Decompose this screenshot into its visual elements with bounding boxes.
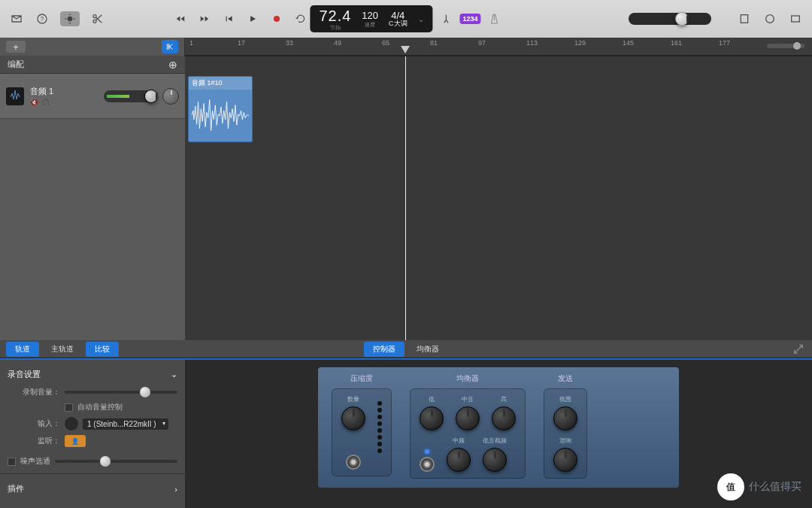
input-label: 输入： — [8, 418, 60, 429]
go-to-start-button[interactable] — [221, 11, 236, 26]
rewind-button[interactable] — [173, 11, 188, 26]
svg-point-2 — [68, 17, 73, 22]
eq-mid-knob[interactable] — [456, 406, 480, 430]
monitor-label: 监听： — [8, 436, 60, 446]
smart-controls-plugin: 压缩度 数量 均衡器 — [318, 367, 679, 488]
track-pan-knob[interactable] — [162, 88, 179, 105]
tab-controls[interactable]: 控制器 — [364, 342, 404, 357]
help-icon[interactable]: ? — [35, 11, 50, 26]
rec-volume-label: 录制音量： — [8, 387, 60, 397]
send-reverb-knob[interactable] — [553, 448, 577, 472]
auto-level-checkbox[interactable] — [65, 403, 73, 412]
region-label: 音频 1#10 — [189, 77, 252, 90]
waveform — [189, 90, 252, 141]
add-arrange-button[interactable]: ⊕ — [168, 59, 177, 71]
mute-icon[interactable]: 🔇 — [30, 99, 38, 106]
scissors-icon[interactable] — [90, 11, 105, 26]
auto-level-label: 自动音量控制 — [77, 402, 123, 412]
eq-title: 均衡器 — [456, 373, 479, 384]
track-header[interactable]: 音频 1 🔇 🎧 — [0, 74, 185, 119]
tuner-icon[interactable] — [439, 11, 454, 26]
eq-midfreq-knob[interactable] — [447, 448, 471, 472]
disclosure-icon[interactable]: › — [174, 485, 177, 494]
track-volume-slider[interactable] — [104, 90, 156, 102]
svg-point-11 — [274, 16, 280, 22]
cycle-button[interactable] — [293, 11, 308, 26]
countin-badge[interactable]: 1234 — [460, 14, 481, 24]
eq-lowcut-knob[interactable] — [483, 448, 507, 472]
input-dropdown[interactable]: 1 (Steinb...R22mkII ) — [83, 418, 168, 430]
audio-region[interactable]: 音频 1#10 — [188, 76, 253, 142]
compressor-meter — [377, 395, 382, 470]
tab-compare[interactable]: 比较 — [86, 342, 119, 357]
compressor-title: 压缩度 — [350, 373, 373, 384]
noise-gate-label: 噪声选通 — [20, 456, 50, 467]
solo-icon[interactable]: 🎧 — [41, 99, 50, 106]
svg-text:?: ? — [41, 15, 44, 23]
audio-track-icon — [6, 87, 24, 105]
track-header-panel: 编配 ⊕ 音频 1 🔇 🎧 — [0, 56, 185, 340]
playhead[interactable] — [405, 56, 406, 340]
send-title: 发送 — [558, 373, 573, 384]
disclosure-icon[interactable]: ⌄ — [171, 370, 177, 379]
timeline-ruler[interactable]: 1 17 33 49 65 81 97 113 129 145 161 177 — [185, 38, 812, 56]
inspector-panel: 录音设置 ⌄ 录制音量： 自动音量控制 输入： 1 (Steinb...R22m… — [0, 360, 185, 508]
metronome-icon[interactable] — [487, 11, 502, 26]
forward-button[interactable] — [197, 11, 212, 26]
media-browser-icon[interactable] — [788, 11, 803, 26]
svg-rect-12 — [741, 15, 747, 23]
lcd-bpm[interactable]: 120 — [362, 11, 378, 20]
arrange-area[interactable]: 音频 1#10 — [185, 56, 812, 340]
arrange-label: 编配 — [8, 59, 24, 70]
zoom-slider[interactable] — [767, 44, 804, 48]
monitor-button[interactable]: 👤 — [65, 435, 86, 447]
plugins-label: 插件 — [8, 483, 24, 494]
record-button[interactable] — [269, 11, 284, 26]
eq-jack[interactable] — [420, 457, 435, 472]
compressor-amount-knob[interactable] — [341, 406, 365, 430]
send-ambience-knob[interactable] — [553, 406, 577, 430]
input-mode-button[interactable] — [65, 417, 78, 430]
lcd-display: 72.4节拍 120速度 4/4C大调 ⌄ — [310, 5, 432, 32]
library-icon[interactable] — [9, 11, 24, 26]
scissors-tool-button[interactable] — [162, 40, 178, 53]
eq-low-knob[interactable] — [420, 406, 444, 430]
expand-icon[interactable] — [791, 342, 806, 357]
eq-led — [425, 449, 429, 454]
lcd-position[interactable]: 72.4 — [319, 8, 351, 23]
tab-master[interactable]: 主轨道 — [42, 342, 83, 357]
tab-track[interactable]: 轨道 — [6, 342, 39, 357]
track-name: 音频 1 — [30, 86, 98, 97]
top-toolbar: ? 72.4节拍 120速度 4/4C大调 ⌄ 1234 — [0, 0, 812, 38]
lcd-key[interactable]: C大调 — [389, 20, 408, 27]
display-settings-icon[interactable] — [60, 11, 80, 26]
noise-gate-slider[interactable] — [55, 460, 177, 463]
input-jack[interactable] — [346, 455, 361, 470]
svg-point-13 — [766, 15, 774, 23]
tab-eq[interactable]: 均衡器 — [408, 342, 448, 357]
lcd-dropdown-icon[interactable]: ⌄ — [418, 15, 424, 23]
master-volume-slider[interactable] — [629, 13, 711, 25]
rec-volume-slider[interactable] — [65, 391, 177, 394]
noise-gate-checkbox[interactable] — [8, 458, 16, 466]
recording-settings-title: 录音设置 — [8, 369, 41, 380]
inspector-tab-bar: 轨道 主轨道 比较 控制器 均衡器 — [0, 340, 812, 358]
play-button[interactable] — [245, 11, 260, 26]
add-track-button[interactable]: + — [6, 41, 26, 53]
notepad-icon[interactable] — [737, 11, 752, 26]
svg-rect-14 — [792, 16, 800, 22]
loop-browser-icon[interactable] — [762, 11, 777, 26]
eq-high-knob[interactable] — [492, 406, 516, 430]
